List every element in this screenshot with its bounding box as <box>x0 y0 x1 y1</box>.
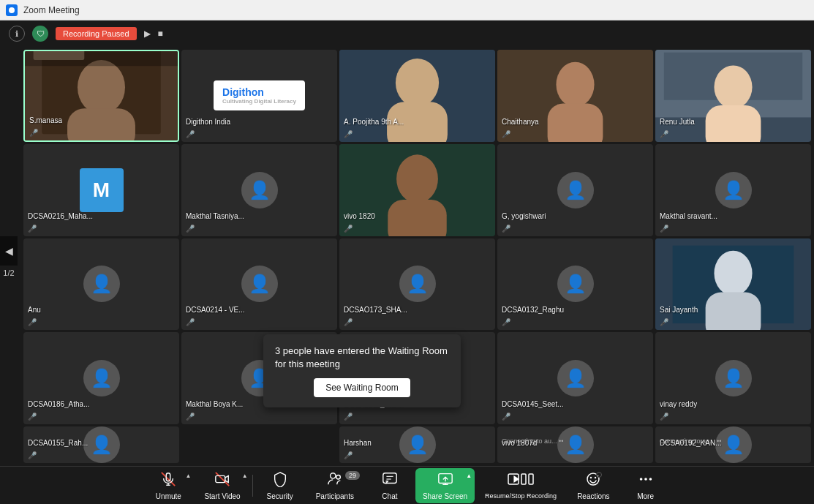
tile-20-avatar: 👤 <box>715 360 752 396</box>
security-label: Security <box>267 492 293 500</box>
svg-point-16 <box>714 65 752 108</box>
svg-rect-12 <box>548 104 603 142</box>
video-icon <box>214 471 230 491</box>
tile-24-connecting: Connecting to au... •• <box>502 437 563 445</box>
video-caret[interactable]: ▲ <box>242 473 248 479</box>
play-button[interactable]: ▶ <box>144 29 151 39</box>
waiting-room-message: 3 people have entered the Waiting Room f… <box>275 345 449 371</box>
unmute-button[interactable]: ▲ Unmute <box>143 468 194 503</box>
svg-rect-41 <box>521 474 526 484</box>
tile-21[interactable]: 👤 DCSA0155_Rah... 🎤 <box>23 426 179 463</box>
tile-1[interactable]: S.manasa 🎤 <box>23 50 179 142</box>
video-grid: ◀ 1/2 S.manasa 🎤 Digithon Cultiva <box>0 47 814 466</box>
tile-8[interactable]: vivo 1820 🎤 <box>339 144 495 236</box>
more-label: More <box>637 492 654 500</box>
tile-5-name: Renu Jutla <box>660 118 695 126</box>
tile-8-mute: 🎤 <box>344 225 353 233</box>
tile-7[interactable]: 👤 Makthal Tasniya... 🎤 <box>181 144 337 236</box>
svg-rect-33 <box>383 473 396 483</box>
svg-rect-24 <box>706 292 761 330</box>
tile-3-name: A. Poojitha 9th A... <box>344 118 404 126</box>
tile-14-avatar: 👤 <box>557 266 594 302</box>
svg-point-0 <box>9 7 15 13</box>
tile-24[interactable]: 👤 vivo 1807d Connecting to au... •• <box>497 426 653 463</box>
share-caret[interactable]: ▲ <box>466 473 472 479</box>
tile-6-mute: 🎤 <box>28 225 37 233</box>
tile-23-avatar: 👤 <box>399 426 436 463</box>
info-button[interactable]: ℹ <box>9 26 25 42</box>
tile-10[interactable]: 👤 Makthal sravant... 🎤 <box>655 144 811 236</box>
tile-11[interactable]: 👤 Anu 🎤 <box>23 238 179 331</box>
chat-button[interactable]: Chat <box>364 468 415 503</box>
tile-17-mute: 🎤 <box>186 413 195 421</box>
tile-20[interactable]: 👤 vinay reddy 🎤 <box>655 332 811 424</box>
reactions-button[interactable]: + Reactions <box>567 468 619 503</box>
tile-14[interactable]: 👤 DCSA0132_Raghu 🎤 <box>497 238 653 331</box>
tile-24-avatar: 👤 <box>557 426 594 463</box>
start-video-button[interactable]: ▲ Start Video <box>194 468 250 503</box>
participants-count: 29 <box>345 471 360 480</box>
tile-13[interactable]: 👤 DCSAO173_SHA... 🎤 <box>339 238 495 331</box>
see-waiting-room-button[interactable]: See Waiting Room <box>314 378 410 397</box>
tile-21-name: DCSA0155_Rah... <box>28 439 88 447</box>
svg-rect-4 <box>67 108 135 140</box>
svg-line-29 <box>216 472 229 485</box>
tile-7-name: Makthal Tasniya... <box>186 212 244 220</box>
tile-10-name: Makthal sravant... <box>660 212 717 220</box>
security-button[interactable]: Security <box>255 468 306 503</box>
more-button[interactable]: More <box>620 468 671 503</box>
tile-12[interactable]: 👤 DCSA0214 - VE... 🎤 <box>181 238 337 331</box>
svg-rect-42 <box>529 474 533 484</box>
tile-1-mute: 🎤 <box>29 129 38 137</box>
prev-page-button[interactable]: ◀ <box>0 236 18 266</box>
tile-13-avatar: 👤 <box>399 266 436 302</box>
divider-1 <box>252 475 253 497</box>
svg-point-19 <box>396 154 438 203</box>
tile-1-name: S.manasa <box>29 116 62 124</box>
tile-12-name: DCSA0214 - VE... <box>186 306 245 314</box>
unmute-caret[interactable]: ▲ <box>185 473 191 479</box>
svg-point-50 <box>649 478 652 481</box>
svg-point-3 <box>78 60 125 114</box>
tile-16-name: DCSA0186_Atha... <box>28 400 90 408</box>
reactions-label: Reactions <box>577 492 609 500</box>
participants-button[interactable]: 29 Participants <box>306 468 364 503</box>
tile-15[interactable]: Sai Jayanth 🎤 <box>655 238 811 331</box>
tile-23-mute: 🎤 <box>344 451 353 459</box>
stop-button[interactable]: ■ <box>158 29 163 39</box>
tile-12-mute: 🎤 <box>186 318 195 326</box>
tile-25[interactable]: 👤 DCSA0192_KAN... Connecting to au... •• <box>655 426 811 463</box>
share-screen-button[interactable]: ▲ Share Screen <box>415 468 475 503</box>
tile-13-mute: 🎤 <box>344 318 353 326</box>
tile-19[interactable]: 👤 DCSA0145_Seet... 🎤 <box>497 332 653 424</box>
tile-6[interactable]: M DCSA0216_Maha... 🎤 <box>23 144 179 236</box>
tile-2-mute: 🎤 <box>186 130 195 138</box>
tile-4[interactable]: Chaithanya 🎤 <box>497 50 653 142</box>
tile-16[interactable]: 👤 DCSA0186_Atha... 🎤 <box>23 332 179 424</box>
tile-3[interactable]: A. Poojitha 9th A... 🎤 <box>339 50 495 142</box>
reactions-icon: + <box>584 471 602 491</box>
tile-15-mute: 🎤 <box>660 318 668 326</box>
tile-11-avatar: 👤 <box>83 266 120 302</box>
tile-4-name: Chaithanya <box>502 118 539 126</box>
recording-button[interactable]: Resume/Stop Recording <box>475 468 567 503</box>
tile-23[interactable]: 👤 Harshan 🎤 <box>339 426 495 463</box>
svg-text:+: + <box>597 473 599 478</box>
chat-icon <box>382 471 398 491</box>
tile-15-name: Sai Jayanth <box>660 306 698 314</box>
tile-10-mute: 🎤 <box>660 225 668 233</box>
page-indicator[interactable]: ◀ 1/2 <box>0 236 18 277</box>
tile-14-name: DCSA0132_Raghu <box>502 306 564 314</box>
tile-9[interactable]: 👤 G, yogishwari 🎤 <box>497 144 653 236</box>
tile-6-initial: M <box>80 168 124 212</box>
tile-10-avatar: 👤 <box>715 172 752 208</box>
shield-icon[interactable]: 🛡 <box>32 26 48 42</box>
tile-6-name: DCSA0216_Maha... <box>28 212 93 220</box>
tile-19-name: DCSA0145_Seet... <box>502 400 564 408</box>
tile-5[interactable]: Renu Jutla 🎤 <box>655 50 811 142</box>
tile-3-mute: 🎤 <box>344 130 353 138</box>
tile-2[interactable]: Digithon Cultivating Digital Literacy Di… <box>181 50 337 142</box>
page-number: 1/2 <box>3 268 14 277</box>
participants-label: Participants <box>316 492 354 500</box>
tile-14-mute: 🎤 <box>502 318 510 326</box>
